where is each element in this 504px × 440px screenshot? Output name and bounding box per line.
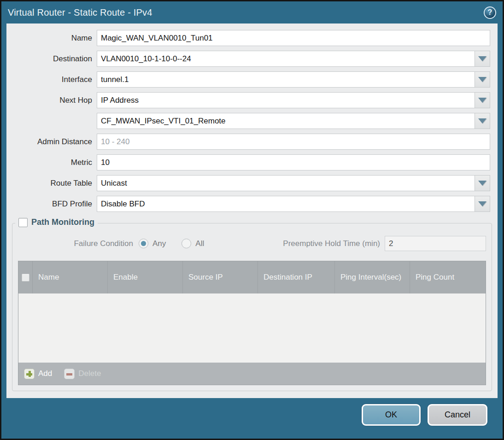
- plus-icon: [24, 369, 35, 379]
- path-monitoring-header: Path Monitoring: [15, 217, 98, 227]
- route-table-input[interactable]: [97, 175, 475, 191]
- table-header-row: Name Enable Source IP Destination IP Pin…: [18, 261, 486, 293]
- bfd-profile-label: BFD Profile: [6, 199, 97, 209]
- preemptive-hold-time-input[interactable]: [385, 236, 486, 251]
- path-monitoring-title: Path Monitoring: [31, 217, 94, 227]
- failure-condition-any-radio[interactable]: [139, 239, 148, 248]
- name-input[interactable]: [97, 30, 490, 46]
- interface-row: Interface: [6, 71, 490, 88]
- failure-condition-row: Failure Condition Any All Preemptive Hol…: [18, 235, 486, 252]
- column-header-destination-ip[interactable]: Destination IP: [258, 261, 334, 293]
- failure-condition-all-label: All: [195, 239, 204, 248]
- interface-dropdown-button[interactable]: [475, 71, 490, 88]
- route-table-label: Route Table: [6, 179, 97, 188]
- destination-dropdown-button[interactable]: [475, 51, 490, 67]
- next-hop-address-dropdown-button[interactable]: [475, 113, 490, 129]
- admin-distance-input[interactable]: [97, 134, 490, 150]
- ok-button[interactable]: OK: [362, 404, 421, 426]
- delete-button[interactable]: Delete: [64, 369, 101, 379]
- name-row: Name: [6, 30, 490, 46]
- column-header-enable[interactable]: Enable: [107, 261, 182, 293]
- cancel-button[interactable]: Cancel: [428, 404, 487, 426]
- chevron-down-icon: [478, 56, 486, 61]
- checkbox-icon: [22, 274, 29, 282]
- failure-condition-all-radio[interactable]: [182, 239, 191, 248]
- delete-button-label: Delete: [78, 369, 101, 378]
- path-monitoring-group: Path Monitoring Failure Condition Any Al…: [12, 223, 492, 391]
- destination-input[interactable]: [97, 51, 475, 67]
- failure-condition-any-label: Any: [152, 239, 166, 248]
- static-route-dialog: Virtual Router - Static Route - IPv4 ? N…: [0, 0, 504, 440]
- path-monitoring-table: Name Enable Source IP Destination IP Pin…: [18, 261, 486, 385]
- chevron-down-icon: [478, 118, 486, 123]
- bfd-profile-dropdown-button[interactable]: [475, 196, 490, 212]
- minus-icon: [64, 369, 75, 379]
- route-table-row: Route Table: [6, 175, 490, 191]
- chevron-down-icon: [478, 201, 486, 206]
- metric-input[interactable]: [97, 154, 490, 170]
- dialog-title: Virtual Router - Static Route - IPv4: [8, 7, 152, 18]
- dialog-footer: OK Cancel: [1, 398, 503, 439]
- interface-label: Interface: [6, 75, 97, 84]
- table-toolbar: Add Delete: [18, 363, 486, 385]
- bfd-profile-input[interactable]: [97, 196, 475, 212]
- help-icon[interactable]: ?: [484, 6, 496, 19]
- destination-label: Destination: [6, 54, 97, 64]
- next-hop-row: Next Hop: [6, 92, 490, 108]
- column-header-source-ip[interactable]: Source IP: [182, 261, 258, 293]
- chevron-down-icon: [478, 98, 486, 103]
- dialog-titlebar: Virtual Router - Static Route - IPv4 ?: [1, 1, 503, 23]
- column-header-name[interactable]: Name: [32, 261, 107, 293]
- failure-condition-label: Failure Condition: [18, 239, 139, 248]
- add-button-label: Add: [38, 369, 52, 378]
- dialog-body: Name Destination Interface Next Hop: [6, 23, 498, 398]
- select-all-checkbox[interactable]: [18, 261, 32, 293]
- admin-distance-row: Admin Distance: [6, 134, 490, 150]
- table-body-empty: [18, 293, 486, 363]
- metric-row: Metric: [6, 154, 490, 170]
- chevron-down-icon: [478, 181, 486, 186]
- column-header-ping-count[interactable]: Ping Count: [410, 261, 486, 293]
- interface-input[interactable]: [97, 71, 475, 88]
- name-label: Name: [6, 34, 97, 43]
- preemptive-hold-time-label: Preemptive Hold Time (min): [283, 239, 385, 248]
- next-hop-type-input[interactable]: [97, 92, 475, 108]
- next-hop-address-row: [6, 113, 490, 129]
- column-header-ping-interval[interactable]: Ping Interval(sec): [334, 261, 410, 293]
- route-table-dropdown-button[interactable]: [475, 175, 490, 191]
- metric-label: Metric: [6, 158, 97, 167]
- next-hop-address-input[interactable]: [97, 113, 475, 129]
- chevron-down-icon: [478, 77, 486, 82]
- admin-distance-label: Admin Distance: [6, 137, 97, 147]
- preemptive-hold-time-group: Preemptive Hold Time (min): [283, 236, 486, 251]
- add-button[interactable]: Add: [24, 369, 52, 379]
- bfd-profile-row: BFD Profile: [6, 196, 490, 212]
- path-monitoring-checkbox[interactable]: [18, 218, 28, 227]
- next-hop-dropdown-button[interactable]: [475, 92, 490, 108]
- next-hop-label: Next Hop: [6, 96, 97, 105]
- destination-row: Destination: [6, 51, 490, 67]
